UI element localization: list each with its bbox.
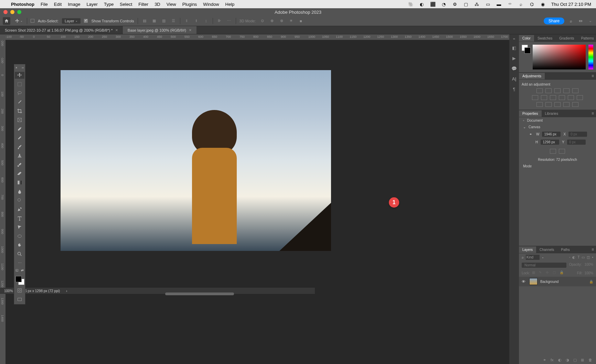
autoselect-dropdown[interactable]: Layer⌄ — [62, 18, 81, 24]
panel-icon[interactable]: ¶ — [511, 86, 517, 92]
adj-gradientmap-icon[interactable] — [563, 102, 570, 107]
y-input[interactable]: 0 px — [567, 140, 586, 145]
lock-icon[interactable]: 🔒 — [560, 271, 564, 275]
kind-filter[interactable] — [526, 255, 540, 260]
tab-patterns[interactable]: Patterns — [578, 35, 596, 42]
chevron-down-icon[interactable]: ⌄ — [523, 125, 526, 129]
tab-channels[interactable]: Channels — [536, 246, 557, 253]
layer-thumbnail[interactable] — [529, 278, 538, 285]
fill-value[interactable]: 100% — [584, 271, 593, 275]
zoom-level[interactable]: 100% — [4, 289, 13, 293]
swap-colors-icon[interactable]: ⇄ — [21, 268, 24, 272]
menu-view[interactable]: View — [167, 2, 176, 7]
home-button[interactable] — [3, 17, 10, 25]
type-tool[interactable] — [15, 215, 24, 222]
tab-gradients[interactable]: Gradients — [556, 35, 577, 42]
distribute-icon[interactable]: ⫵ — [193, 18, 200, 24]
brush-tool[interactable] — [15, 143, 24, 150]
foreground-color[interactable] — [15, 276, 22, 282]
adj-photofilter-icon[interactable] — [559, 95, 565, 100]
eraser-tool[interactable] — [15, 170, 24, 177]
pen-tool[interactable] — [15, 206, 24, 213]
search-icon[interactable]: ⌕ — [518, 1, 524, 7]
opacity-value[interactable]: 100% — [584, 263, 593, 268]
battery-icon[interactable]: ▬ — [496, 1, 502, 7]
blend-mode[interactable]: Normal — [522, 263, 566, 268]
lock-icon[interactable]: ▢ — [553, 271, 557, 275]
calendar-icon[interactable]: ▭ — [485, 1, 491, 7]
panel-menu-icon[interactable]: ≡ — [589, 247, 596, 252]
ruler-horizontal[interactable]: -100-50050100150200250300350400450500550… — [0, 34, 509, 40]
adj-curves-icon[interactable] — [554, 88, 561, 93]
adj-vibrance-icon[interactable] — [572, 88, 578, 93]
menu-3d[interactable]: 3D — [155, 2, 160, 7]
panel-icon[interactable]: ◧ — [511, 45, 517, 51]
expand-icon[interactable]: ›› — [22, 66, 24, 69]
maximize-button[interactable] — [17, 10, 21, 14]
search-icon[interactable]: ⌕ — [568, 18, 574, 24]
document-tab[interactable]: Screen Shot 2022-10-27 at 1.56.07 PM.png… — [0, 26, 123, 34]
adj-hue-icon[interactable] — [532, 95, 538, 100]
zoom-tool[interactable] — [15, 251, 24, 257]
status-icon[interactable]: ⬛ — [430, 1, 436, 7]
chevron-right-icon[interactable]: › — [66, 289, 67, 293]
control-center-icon[interactable]: ⌬ — [529, 1, 535, 7]
visibility-icon[interactable]: 👁 — [522, 279, 526, 284]
adj-posterize-icon[interactable] — [545, 102, 552, 107]
tab-color[interactable]: Color — [519, 35, 534, 42]
x-input[interactable]: 0 px — [568, 132, 587, 137]
wand-tool[interactable] — [15, 99, 24, 106]
menu-edit[interactable]: Edit — [54, 2, 62, 7]
collapse-icon[interactable]: ‹‹ — [513, 37, 515, 41]
status-icon[interactable]: 🐘 — [408, 1, 414, 7]
default-colors-icon[interactable]: ◱ — [15, 268, 19, 272]
dodge-tool[interactable] — [15, 197, 24, 204]
lock-icon[interactable]: ✎ — [539, 271, 544, 275]
align-center-icon[interactable]: ▦ — [151, 18, 157, 24]
align-left-icon[interactable]: ▤ — [141, 18, 148, 24]
close-icon[interactable]: × — [15, 66, 17, 69]
tab-paths[interactable]: Paths — [557, 246, 573, 253]
panel-menu-icon[interactable]: ≡ — [589, 111, 596, 116]
status-icon[interactable]: ⚙ — [452, 1, 458, 7]
align-icon[interactable]: ☰ — [170, 18, 177, 24]
orient-icon[interactable] — [559, 149, 565, 154]
adj-colorbalance-icon[interactable] — [541, 95, 547, 100]
mask-icon[interactable]: ◐ — [558, 358, 563, 363]
datetime[interactable]: Thu Oct 27 2:10 PM — [551, 2, 591, 7]
menu-plugins[interactable]: Plugins — [182, 2, 197, 7]
adj-invert-icon[interactable] — [536, 102, 543, 107]
adj-levels-icon[interactable] — [545, 88, 552, 93]
adj-selectivecolor-icon[interactable] — [572, 102, 578, 107]
blur-tool[interactable] — [15, 188, 24, 195]
menu-layer[interactable]: Layer — [86, 2, 98, 7]
filter-icon[interactable]: ◐ — [572, 255, 575, 259]
menu-file[interactable]: File — [41, 2, 48, 7]
quickmask-tool[interactable] — [15, 287, 24, 294]
adjustment-icon[interactable]: ◑ — [566, 358, 571, 363]
ruler-vertical[interactable]: -200-10001002003004005006007008009001000… — [0, 40, 6, 364]
delete-icon[interactable]: 🗑 — [588, 358, 593, 363]
crop-tool[interactable] — [15, 108, 24, 114]
menu-filter[interactable]: Filter — [138, 2, 148, 7]
link-icon[interactable]: ⚭ — [543, 358, 548, 363]
distribute-icon[interactable]: ⊪ — [216, 18, 223, 24]
tab-swatches[interactable]: Swatches — [534, 35, 556, 42]
link-icon[interactable]: ⚭ — [529, 132, 532, 136]
menu-select[interactable]: Select — [120, 2, 132, 7]
color-swatch[interactable] — [522, 45, 530, 69]
document-tab-active[interactable]: Base layer.jpeg @ 100% (RGB/8#) × — [123, 26, 196, 34]
shape-tool[interactable] — [15, 233, 24, 240]
menu-type[interactable]: Type — [104, 2, 114, 7]
close-icon[interactable]: × — [115, 27, 118, 33]
align-right-icon[interactable]: ▥ — [161, 18, 167, 24]
tab-libraries[interactable]: Libraries — [542, 110, 562, 117]
fx-icon[interactable]: fx — [551, 358, 555, 363]
adj-colorlookup-icon[interactable] — [577, 95, 583, 100]
path-tool[interactable] — [15, 224, 24, 231]
adj-channelmixer-icon[interactable] — [568, 95, 574, 100]
share-button[interactable]: Share — [544, 18, 564, 24]
gradient-tool[interactable] — [15, 179, 24, 186]
height-input[interactable]: 1298 px — [541, 140, 559, 145]
filter-icon[interactable]: T — [577, 255, 579, 259]
